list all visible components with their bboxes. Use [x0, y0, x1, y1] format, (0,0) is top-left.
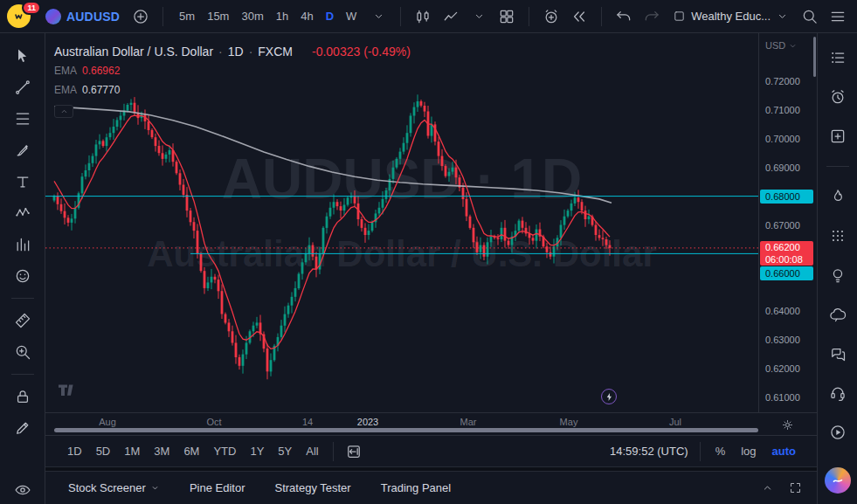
price-tick: 0.72000 — [765, 75, 800, 87]
panel-hotlists[interactable] — [823, 183, 853, 211]
panel-minds[interactable] — [823, 300, 853, 328]
tool-measure[interactable] — [8, 307, 38, 335]
timeframe-D[interactable]: D — [320, 6, 340, 26]
ema-legend-row[interactable]: EMA 0.67770 — [54, 80, 411, 100]
chart-plot[interactable]: AUDUSD · 1D Australian Dollar / U.S. Dol… — [45, 33, 758, 412]
price-level-label-0.68: 0.68000 — [760, 190, 813, 204]
time-label-2023: 2023 — [357, 417, 378, 427]
time-label-jul: Jul — [669, 417, 681, 427]
panel-alerts[interactable] — [823, 83, 853, 111]
right-sidebar — [817, 33, 857, 504]
tool-fib-lines[interactable] — [8, 105, 38, 133]
range-5y[interactable]: 5Y — [272, 441, 298, 461]
range-6m[interactable]: 6M — [177, 441, 205, 461]
axis-currency-button[interactable]: USD — [765, 40, 798, 51]
redo-button[interactable] — [639, 4, 664, 29]
tool-text[interactable] — [8, 168, 38, 196]
chart-legend: Australian Dollar / U.S. Dollar · 1D · F… — [54, 42, 411, 118]
tool-brush[interactable] — [8, 136, 38, 164]
price-tick: 0.71000 — [765, 104, 800, 116]
tab-trading-panel[interactable]: Trading Panel — [370, 476, 461, 500]
tool-lock[interactable] — [8, 383, 38, 411]
panel-news[interactable] — [823, 122, 853, 150]
timeframe-30m[interactable]: 30m — [235, 6, 269, 26]
price-tick: 0.63000 — [765, 334, 800, 346]
horizontal-scrollbar[interactable] — [54, 428, 758, 432]
percent-scale-button[interactable]: % — [708, 441, 733, 461]
range-ytd[interactable]: YTD — [207, 441, 242, 461]
tool-forecast[interactable] — [8, 231, 38, 259]
tool-pencil[interactable] — [8, 414, 38, 442]
timeframe-15m[interactable]: 15m — [201, 6, 235, 26]
auto-scale-button[interactable]: auto — [765, 441, 803, 461]
tab-stock-screener[interactable]: Stock Screener — [58, 476, 170, 500]
range-5d[interactable]: 5D — [90, 441, 117, 461]
tab-pine-editor[interactable]: Pine Editor — [179, 476, 256, 500]
price-change: -0.00323 (-0.49%) — [312, 45, 411, 59]
alert-add-button[interactable] — [539, 4, 563, 29]
panel-watchlist[interactable] — [823, 44, 853, 72]
panel-tutorials[interactable] — [823, 418, 853, 446]
panel-calendar[interactable] — [823, 222, 853, 250]
compare-add-button[interactable] — [128, 4, 153, 29]
range-all[interactable]: All — [300, 441, 324, 461]
clock[interactable]: 14:59:52 (UTC) — [610, 445, 688, 458]
tool-trend-line[interactable] — [8, 73, 38, 101]
tradingview-logo[interactable] — [58, 383, 80, 400]
time-label-may: May — [560, 417, 578, 427]
panel-maximize-button[interactable] — [784, 477, 806, 500]
time-axis[interactable]: AugOct142023MarMayJul — [45, 412, 817, 435]
range-1d[interactable]: 1D — [61, 441, 88, 461]
chart-title[interactable]: Australian Dollar / U.S. Dollar — [54, 45, 213, 59]
panel-collapse-button[interactable] — [756, 477, 778, 500]
undo-button[interactable] — [612, 4, 636, 29]
chevron-down-icon — [776, 10, 789, 23]
axis-settings-button[interactable] — [778, 416, 796, 433]
community-avatar[interactable] — [825, 467, 851, 494]
range-3m[interactable]: 3M — [148, 441, 176, 461]
hotlists-icon — [829, 188, 847, 205]
tool-cursor[interactable] — [8, 42, 38, 70]
tutorials-icon — [829, 424, 847, 441]
indicators-menu-button[interactable] — [467, 4, 491, 29]
tab-strategy-tester[interactable]: Strategy Tester — [264, 476, 361, 500]
layout-select-button[interactable]: Wealthy Educ... — [667, 7, 794, 25]
search-button[interactable] — [798, 4, 822, 29]
layout-grid-button[interactable] — [494, 4, 519, 29]
tool-eye[interactable] — [8, 476, 38, 504]
indicators-button[interactable] — [439, 4, 463, 29]
tool-zoom[interactable] — [8, 338, 38, 366]
divider — [11, 374, 34, 375]
menu-button[interactable] — [826, 4, 850, 29]
timeframe-W[interactable]: W — [340, 6, 363, 26]
app-logo[interactable]: 11 — [7, 3, 37, 30]
range-1m[interactable]: 1M — [118, 441, 146, 461]
tool-pattern[interactable] — [8, 199, 38, 227]
goto-date-button[interactable] — [342, 439, 366, 464]
log-scale-button[interactable]: log — [734, 441, 763, 461]
price-tick: 0.67000 — [765, 219, 800, 231]
timeframe-5m[interactable]: 5m — [173, 6, 201, 26]
last-price-label: 0.66200 06:00:08 — [760, 241, 813, 266]
panel-support[interactable] — [823, 379, 853, 407]
legend-collapse-button[interactable] — [54, 105, 73, 118]
event-lightning-icon[interactable] — [601, 389, 617, 404]
tool-emoji[interactable] — [8, 262, 38, 290]
timeframe-1h[interactable]: 1h — [270, 6, 294, 26]
panel-ideas[interactable] — [823, 261, 853, 289]
range-1y[interactable]: 1Y — [244, 441, 270, 461]
chart-type-button[interactable] — [411, 4, 435, 29]
undo-icon — [615, 8, 632, 25]
ema-legend-row[interactable]: EMA 0.66962 — [54, 61, 411, 80]
bar-replay-button[interactable] — [567, 4, 591, 29]
symbol-button[interactable]: AUDUSD — [40, 5, 125, 28]
panel-chat[interactable] — [823, 340, 853, 368]
timeframe-menu-button[interactable] — [366, 4, 390, 29]
vertical-scrollbar[interactable] — [813, 37, 816, 77]
price-axis[interactable]: USD 0.720000.710000.700000.690000.670000… — [758, 33, 817, 412]
news-icon — [829, 128, 847, 145]
divider — [400, 7, 401, 26]
time-label-14: 14 — [302, 417, 313, 427]
timeframe-4h[interactable]: 4h — [294, 6, 319, 26]
chevron-down-icon — [788, 41, 798, 51]
